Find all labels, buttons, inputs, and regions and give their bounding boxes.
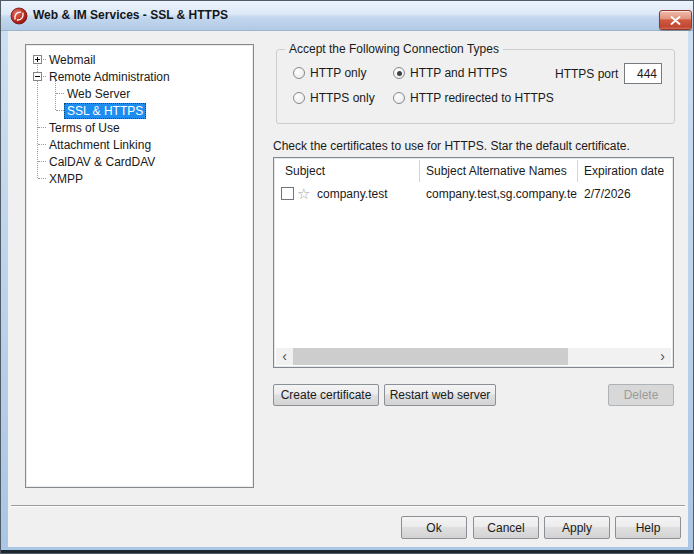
radio-label: HTTPS only [310, 91, 375, 105]
dialog-window: Web & IM Services - SSL & HTTPS Webmail … [0, 0, 694, 554]
scrollbar-thumb[interactable] [293, 348, 568, 365]
radio-icon [393, 92, 405, 104]
mdaemon-app-icon [10, 7, 28, 25]
scroll-right-icon[interactable]: › [654, 348, 671, 365]
radio-label: HTTP only [310, 66, 366, 80]
scroll-left-icon[interactable]: ‹ [276, 348, 293, 365]
tree-item-caldav-carddav[interactable]: CalDAV & CardDAV [26, 153, 253, 170]
expand-plus-icon[interactable] [33, 55, 42, 64]
radio-http-only[interactable]: HTTP only [293, 66, 366, 80]
delete-button[interactable]: Delete [608, 384, 674, 406]
settings-tree: Webmail Remote Administration Web Server… [25, 44, 254, 488]
cell-alt-names: company.test,sg.company.te... [426, 187, 578, 201]
tree-item-webmail[interactable]: Webmail [26, 51, 253, 68]
radio-label: HTTP redirected to HTTPS [410, 91, 554, 105]
default-star-icon[interactable]: ☆ [297, 185, 310, 203]
radio-icon [293, 67, 305, 79]
cell-expiration: 2/7/2026 [584, 187, 631, 201]
tree-item-xmpp[interactable]: XMPP [26, 170, 253, 187]
certificates-table: Subject Subject Alternative Names Expira… [273, 157, 674, 368]
titlebar[interactable]: Web & IM Services - SSL & HTTPS [1, 1, 693, 31]
tree-item-label: SSL & HTTPS [64, 103, 146, 119]
window-title: Web & IM Services - SSL & HTTPS [33, 1, 228, 30]
restart-web-server-button[interactable]: Restart web server [384, 384, 496, 406]
close-icon [670, 16, 681, 25]
https-port-label: HTTPS port [555, 67, 618, 81]
ok-button[interactable]: Ok [401, 516, 467, 539]
horizontal-scrollbar[interactable]: ‹ › [276, 348, 671, 365]
tree-item-label: Webmail [46, 52, 98, 68]
create-certificate-button[interactable]: Create certificate [273, 384, 379, 406]
tree-item-ssl-https[interactable]: SSL & HTTPS [26, 102, 253, 119]
tree-item-terms-of-use[interactable]: Terms of Use [26, 119, 253, 136]
tree-item-label: CalDAV & CardDAV [46, 154, 158, 170]
https-port-input[interactable] [624, 63, 662, 84]
certificates-instruction: Check the certificates to use for HTTPS.… [273, 139, 630, 153]
radio-https-only[interactable]: HTTPS only [293, 91, 375, 105]
tree-item-remote-administration[interactable]: Remote Administration [26, 68, 253, 85]
close-button[interactable] [659, 10, 692, 30]
certificate-row[interactable]: ☆ company.test company.test,sg.company.t… [276, 184, 671, 204]
apply-button[interactable]: Apply [544, 516, 610, 539]
tree-item-attachment-linking[interactable]: Attachment Linking [26, 136, 253, 153]
column-header-alt-names[interactable]: Subject Alternative Names [420, 160, 578, 182]
radio-http-redirected-to-https[interactable]: HTTP redirected to HTTPS [393, 91, 554, 105]
radio-selected-icon [393, 67, 405, 79]
cancel-button[interactable]: Cancel [473, 516, 539, 539]
groupbox-connection-types: Accept the Following Connection Types HT… [276, 49, 675, 124]
radio-http-and-https[interactable]: HTTP and HTTPS [393, 66, 507, 80]
tree-item-label: Terms of Use [46, 120, 123, 136]
tree-item-label: Remote Administration [46, 69, 173, 85]
column-header-expiration[interactable]: Expiration date [578, 160, 671, 182]
column-header-subject[interactable]: Subject [276, 160, 420, 182]
tree-item-label: XMPP [46, 171, 86, 187]
help-button[interactable]: Help [615, 516, 681, 539]
radio-label: HTTP and HTTPS [410, 66, 507, 80]
tree-item-web-server[interactable]: Web Server [26, 85, 253, 102]
cell-subject: company.test [317, 187, 387, 201]
tree-item-label: Web Server [64, 86, 133, 102]
certificate-checkbox[interactable] [281, 187, 294, 200]
groupbox-title: Accept the Following Connection Types [285, 42, 503, 56]
radio-icon [293, 92, 305, 104]
collapse-minus-icon[interactable] [33, 72, 42, 81]
footer-separator [11, 505, 685, 507]
tree-item-label: Attachment Linking [46, 137, 154, 153]
